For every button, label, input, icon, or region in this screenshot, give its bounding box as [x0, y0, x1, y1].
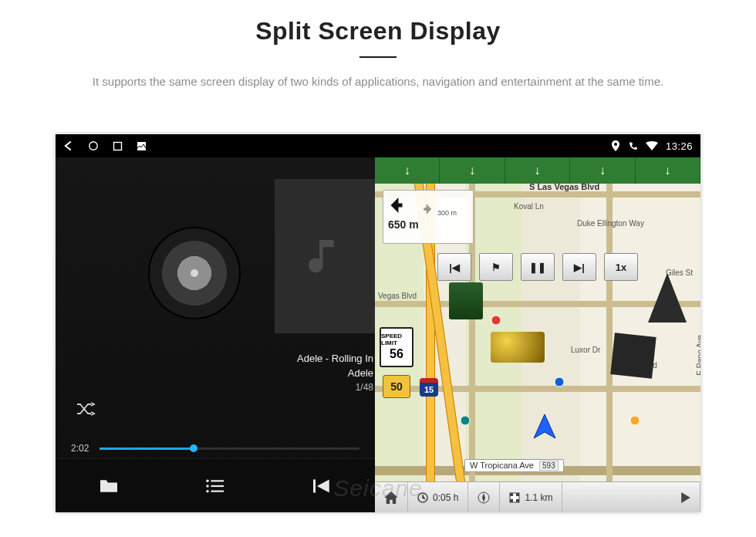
title-underline [359, 56, 397, 58]
track-artist: Adele [297, 366, 373, 381]
shuffle-icon[interactable] [76, 401, 96, 420]
ctl-flag[interactable]: ⚑ [479, 253, 513, 281]
progress-row: 2:02 [56, 443, 375, 454]
turn-instruction: 300 m 650 m [383, 190, 474, 244]
highway-shield: 15 [420, 378, 438, 397]
circle-icon[interactable] [88, 140, 99, 151]
street-pill-num: 593 [539, 461, 559, 471]
svg-rect-9 [211, 490, 224, 491]
device-frame: 13:26 Adele - Rolling In Adele 1/48 [56, 134, 700, 512]
music-pane: Adele - Rolling In Adele 1/48 2:02 [56, 157, 375, 512]
ctl-prev[interactable]: |◀ [437, 253, 471, 281]
svg-rect-7 [211, 485, 224, 486]
album-art-placeholder [275, 179, 375, 333]
svg-rect-10 [313, 479, 316, 492]
page-title: Split Screen Display [0, 17, 756, 46]
svg-point-0 [89, 142, 97, 150]
svg-point-4 [206, 479, 209, 482]
nav-bottom-bar: 0:05 h 1.1 km [375, 481, 700, 512]
status-bar: 13:26 [56, 134, 700, 157]
vehicle-cursor-icon [529, 412, 560, 446]
page-subtitle: It supports the same screen display of t… [42, 73, 714, 91]
speed-label: SPEED LIMIT [381, 333, 412, 347]
svg-rect-5 [211, 480, 224, 481]
nav-pane: ↓ ↓ ↓ ↓ ↓ S Las Vegas Blvd Koval Ln Du [375, 157, 700, 512]
wifi-icon [646, 141, 658, 150]
svg-point-13 [461, 416, 470, 425]
poi-icon[interactable] [491, 315, 501, 326]
map-controls: |◀ ⚑ ❚❚ ▶| 1x [437, 253, 638, 281]
lane-arrow-icon: ↓ [570, 157, 635, 184]
list-button[interactable] [163, 459, 268, 512]
primary-distance: 650 m [388, 218, 419, 231]
track-counter: 1/48 [297, 381, 373, 394]
street-label: Luxor Dr [571, 346, 600, 354]
map-canvas[interactable]: S Las Vegas Blvd Koval Ln Duke Ellington… [375, 184, 700, 481]
lane-arrow-icon: ↓ [505, 157, 570, 184]
next-step-button[interactable] [672, 482, 700, 512]
ctl-next[interactable]: ▶| [562, 253, 596, 281]
track-title: Adele - Rolling In [297, 352, 373, 366]
secondary-distance: 300 m [437, 209, 457, 217]
prev-button[interactable] [269, 459, 375, 512]
lane-arrow-icon: ↓ [375, 157, 440, 184]
clock: 13:26 [666, 140, 693, 152]
street-label: Vegas Blvd [378, 292, 417, 300]
street-label: S Las Vegas Blvd [529, 182, 599, 191]
ctl-pause[interactable]: ❚❚ [521, 253, 555, 281]
poi-icon[interactable] [554, 377, 565, 387]
ctl-speed[interactable]: 1x [604, 253, 638, 281]
street-label: Duke Ellington Way [577, 219, 644, 228]
current-street-pill: W Tropicana Ave 593 [464, 459, 564, 472]
svg-point-14 [630, 416, 640, 425]
speed-limit-sign: SPEED LIMIT 56 [380, 327, 413, 367]
square-icon[interactable] [113, 141, 123, 151]
player-buttons [56, 458, 375, 512]
home-button[interactable] [375, 482, 408, 512]
seek-bar[interactable] [100, 448, 359, 450]
compass-icon[interactable] [468, 482, 500, 512]
lane-guidance: ↓ ↓ ↓ ↓ ↓ [375, 157, 700, 184]
svg-point-11 [491, 316, 501, 325]
distance-remaining: 1.1 km [500, 482, 562, 512]
poi-icon[interactable] [629, 415, 640, 426]
svg-point-8 [206, 489, 209, 492]
eta-time: 0:05 h [408, 482, 468, 512]
poi-icon[interactable] [460, 415, 471, 426]
svg-point-12 [555, 377, 564, 387]
route-sign: 50 [383, 375, 410, 398]
lane-arrow-icon: ↓ [636, 157, 700, 184]
record-disc [148, 227, 241, 319]
street-label: Koval Ln [514, 202, 544, 211]
speed-value: 56 [390, 347, 403, 361]
street-label: E Reno Ave [696, 335, 700, 376]
image-icon[interactable] [137, 141, 147, 151]
street-pill-name: W Tropicana Ave [470, 461, 534, 470]
folder-button[interactable] [56, 459, 162, 512]
svg-point-3 [614, 143, 617, 146]
location-icon [611, 140, 620, 151]
lane-arrow-icon: ↓ [440, 157, 505, 184]
svg-rect-1 [114, 142, 122, 150]
phone-icon [628, 141, 638, 151]
track-meta: Adele - Rolling In Adele 1/48 [297, 352, 375, 394]
svg-point-6 [206, 485, 209, 488]
street-label: Giles St [666, 268, 693, 277]
elapsed-time: 2:02 [71, 443, 89, 454]
back-icon[interactable] [63, 140, 74, 151]
